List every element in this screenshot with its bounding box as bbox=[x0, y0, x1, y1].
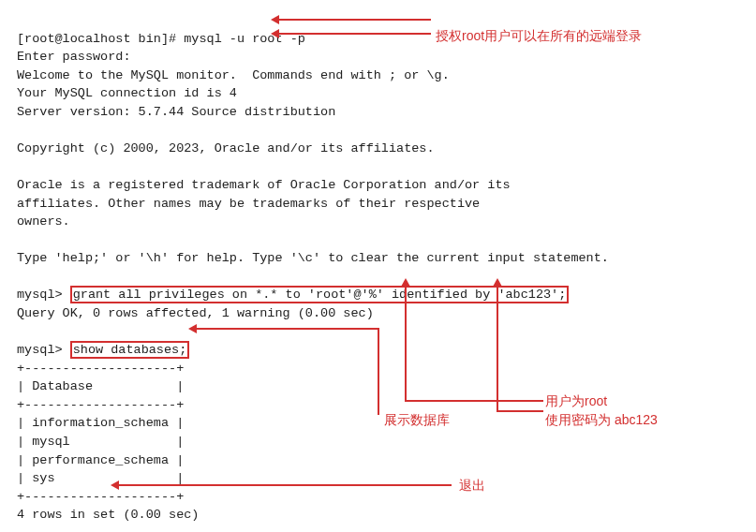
out: owners. bbox=[17, 214, 70, 229]
arrow-head bbox=[271, 29, 279, 38]
out: Query OK, 0 rows affected, 1 warning (0.… bbox=[17, 306, 374, 320]
arrow-line bbox=[117, 484, 452, 486]
annotation-show: 展示数据库 bbox=[384, 410, 450, 429]
tbl-header: | Database | bbox=[17, 379, 184, 393]
arrow-line bbox=[276, 33, 431, 35]
mysql-prompt: mysql> bbox=[17, 343, 70, 357]
arrow-line bbox=[405, 400, 543, 402]
tbl-row: | mysql | bbox=[17, 435, 184, 449]
arrow-line bbox=[405, 284, 407, 400]
prompt: [root@localhost bin]# bbox=[17, 32, 184, 46]
arrow-head bbox=[401, 278, 410, 287]
out: Oracle is a registered trademark of Orac… bbox=[17, 178, 511, 192]
tbl-border: +--------------------+ bbox=[17, 362, 184, 376]
arrow-head bbox=[188, 324, 197, 333]
annotation-user1: 用户为root bbox=[545, 392, 607, 410]
arrow-head bbox=[493, 278, 502, 287]
mysql-prompt: mysql> bbox=[17, 288, 70, 302]
tbl-border: +--------------------+ bbox=[17, 398, 184, 412]
tbl-row: | performance_schema | bbox=[17, 453, 184, 467]
out: Enter password: bbox=[17, 50, 131, 64]
tbl-row: | information_schema | bbox=[17, 416, 184, 430]
cmd-grant: grant all privileges on *.* to 'root'@'%… bbox=[70, 286, 570, 303]
out: Server version: 5.7.44 Source distributi… bbox=[17, 105, 335, 119]
annotation-top: 授权root用户可以在所有的远端登录 bbox=[436, 26, 642, 45]
out: affiliates. Other names may be trademark… bbox=[17, 197, 480, 211]
arrow-line bbox=[497, 284, 498, 410]
out: Your MySQL connection id is 4 bbox=[17, 86, 237, 100]
tbl-row: | sys | bbox=[17, 471, 184, 485]
annotation-user2: 使用密码为 abc123 bbox=[545, 410, 658, 429]
tbl-border: +--------------------+ bbox=[17, 490, 184, 504]
arrow-head bbox=[111, 480, 119, 490]
terminal-output: [root@localhost bin]# mysql -u root -p E… bbox=[17, 11, 739, 532]
out: 4 rows in set (0.00 sec) bbox=[17, 508, 199, 522]
arrow-line bbox=[195, 328, 378, 330]
out: Welcome to the MySQL monitor. Commands e… bbox=[17, 68, 450, 82]
cmd-show-databases: show databases; bbox=[70, 341, 190, 359]
arrow-line bbox=[497, 410, 543, 412]
out: Copyright (c) 2000, 2023, Oracle and/or … bbox=[17, 141, 435, 155]
arrow-line bbox=[378, 328, 379, 415]
annotation-quit: 退出 bbox=[459, 476, 485, 495]
out: Type 'help;' or '\h' for help. Type '\c'… bbox=[17, 251, 609, 265]
arrow-line bbox=[276, 19, 431, 21]
arrow-head bbox=[271, 15, 279, 24]
